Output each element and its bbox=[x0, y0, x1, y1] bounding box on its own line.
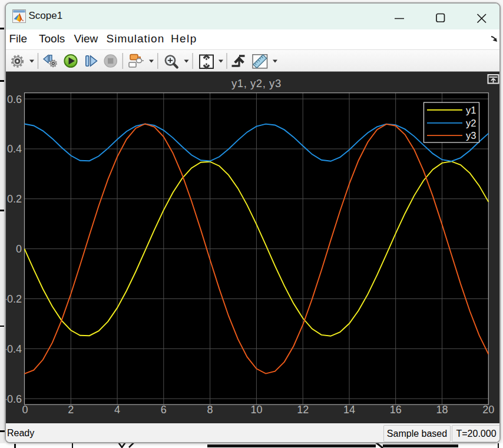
svg-text:16: 16 bbox=[390, 404, 402, 416]
svg-text:14: 14 bbox=[343, 404, 355, 416]
svg-text:y2: y2 bbox=[466, 118, 476, 128]
svg-text:-0.2: -0.2 bbox=[6, 293, 22, 305]
svg-text:0.2: 0.2 bbox=[7, 193, 22, 205]
svg-text:10: 10 bbox=[250, 404, 262, 416]
svg-text:18: 18 bbox=[436, 404, 448, 416]
svg-text:0.4: 0.4 bbox=[7, 143, 22, 155]
svg-text:12: 12 bbox=[297, 404, 309, 416]
svg-text:0: 0 bbox=[22, 404, 28, 416]
svg-text:2: 2 bbox=[68, 404, 74, 416]
svg-text:8: 8 bbox=[207, 404, 213, 416]
svg-text:-0.6: -0.6 bbox=[6, 393, 22, 405]
svg-text:6: 6 bbox=[161, 404, 167, 416]
svg-text:y1: y1 bbox=[466, 105, 476, 115]
svg-text:4: 4 bbox=[114, 404, 120, 416]
svg-text:y1, y2, y3: y1, y2, y3 bbox=[231, 77, 282, 89]
svg-text:-0.4: -0.4 bbox=[6, 343, 22, 355]
svg-text:y3: y3 bbox=[466, 130, 476, 141]
svg-text:0: 0 bbox=[16, 243, 22, 255]
svg-text:20: 20 bbox=[482, 404, 494, 416]
svg-text:0.6: 0.6 bbox=[7, 94, 22, 105]
